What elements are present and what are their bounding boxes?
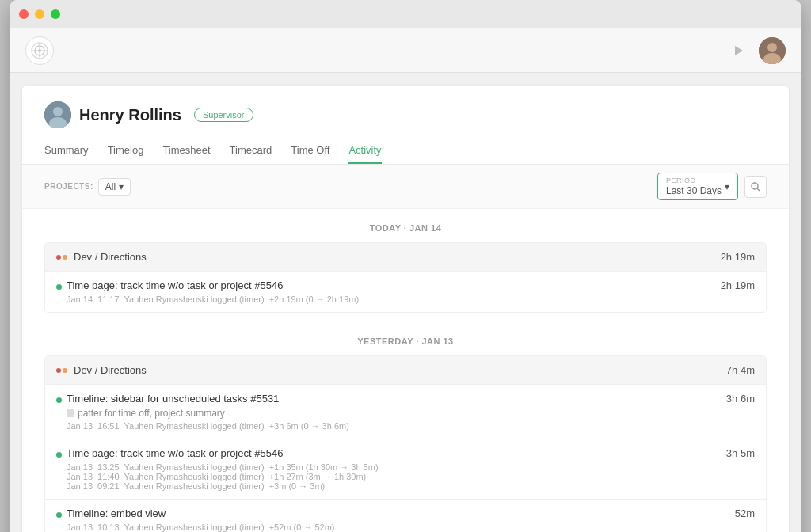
period-select-inner: PERIOD Last 30 Days xyxy=(666,177,722,196)
task-title-text[interactable]: Time page: track time w/o task or projec… xyxy=(67,447,283,459)
svg-point-7 xyxy=(767,43,777,52)
period-container: PERIOD Last 30 Days ▾ xyxy=(657,173,767,200)
task-title-text[interactable]: Timeline: sidebar for unscheduled tasks … xyxy=(67,393,279,405)
user-avatar[interactable] xyxy=(759,37,786,64)
log-user: Yauhen Rymasheuski logged (timer) xyxy=(124,522,265,532)
task-item: Timeline: embed view52mJan 13 10:13 Yauh… xyxy=(45,499,766,532)
task-header: Timeline: sidebar for unscheduled tasks … xyxy=(56,393,755,405)
filter-bar: PROJECTS: All ▾ PERIOD Last 30 Days ▾ xyxy=(22,165,789,209)
projects-filter: PROJECTS: All ▾ xyxy=(44,178,131,196)
task-time: 52m xyxy=(735,507,755,519)
app-logo[interactable] xyxy=(25,36,54,65)
log-user: Yauhen Rymasheuski logged (timer) xyxy=(124,481,265,491)
topbar-actions xyxy=(727,37,786,64)
project-group: Dev / Directions2h 19mTime page: track t… xyxy=(44,242,767,313)
task-header: Time page: track time w/o task or projec… xyxy=(56,279,755,291)
log-delta: +1h 27m (3m → 1h 30m) xyxy=(269,472,367,481)
task-log: Jan 13 09:21 Yauhen Rymasheuski logged (… xyxy=(56,481,755,491)
period-chevron-icon: ▾ xyxy=(725,181,729,192)
tab-timelog[interactable]: Timelog xyxy=(108,138,144,164)
content-area: Henry Rollins Supervisor Summary Timelog… xyxy=(10,73,801,532)
svg-point-4 xyxy=(38,49,41,52)
task-log: Jan 13 10:13 Yauhen Rymasheuski logged (… xyxy=(56,522,755,532)
svg-point-12 xyxy=(752,183,758,189)
log-date: Jan 13 xyxy=(67,481,93,491)
log-time: 11:17 xyxy=(97,294,120,304)
harvest-logo-icon xyxy=(31,42,48,59)
profile-header: Henry Rollins Supervisor xyxy=(22,86,789,128)
log-user: Yauhen Rymasheuski logged (timer) xyxy=(124,462,265,472)
log-time: 10:13 xyxy=(97,522,120,532)
log-time: 16:51 xyxy=(97,421,120,431)
task-title: Timeline: embed view xyxy=(56,507,166,519)
log-delta: +3m (0 → 3m) xyxy=(269,481,326,491)
main-card: Henry Rollins Supervisor Summary Timelog… xyxy=(22,86,789,532)
projects-filter-label: PROJECTS: xyxy=(44,182,93,191)
task-header: Timeline: embed view52m xyxy=(56,507,755,519)
task-status-dot xyxy=(56,397,62,403)
task-log: Jan 13 13:25 Yauhen Rymasheuski logged (… xyxy=(56,462,755,472)
log-delta: +2h 19m (0 → 2h 19m) xyxy=(269,294,359,304)
svg-line-13 xyxy=(757,188,760,191)
task-title: Time page: track time w/o task or projec… xyxy=(56,279,283,291)
task-title-text[interactable]: Timeline: embed view xyxy=(67,507,166,519)
search-icon xyxy=(751,182,760,192)
project-name: Dev / Directions xyxy=(56,251,147,263)
period-label: PERIOD xyxy=(666,177,722,184)
profile-avatar-icon xyxy=(44,101,71,128)
log-user: Yauhen Rymasheuski logged (timer) xyxy=(124,294,265,304)
log-date: Jan 13 xyxy=(67,522,93,532)
task-subtitle: patter for time off, project summary xyxy=(56,408,755,419)
task-title: Time page: track time w/o task or projec… xyxy=(56,447,283,459)
task-log: Jan 13 16:51 Yauhen Rymasheuski logged (… xyxy=(56,421,755,431)
log-date: Jan 13 xyxy=(67,462,93,472)
user-name: Henry Rollins xyxy=(79,106,181,124)
play-icon xyxy=(733,45,744,56)
maximize-button[interactable] xyxy=(51,10,60,19)
avatar-image xyxy=(759,37,786,64)
log-delta: +52m (0 → 52m) xyxy=(269,522,335,532)
tab-timesheet[interactable]: Timesheet xyxy=(162,138,210,164)
supervisor-badge: Supervisor xyxy=(194,108,253,122)
profile-name: Henry Rollins xyxy=(79,106,186,124)
minimize-button[interactable] xyxy=(35,10,44,19)
app-window: Henry Rollins Supervisor Summary Timelog… xyxy=(10,0,801,532)
tab-summary[interactable]: Summary xyxy=(44,138,89,164)
log-delta: +3h 6m (0 → 3h 6m) xyxy=(269,421,349,431)
project-header: Dev / Directions7h 4m xyxy=(45,356,766,384)
task-status-dot xyxy=(56,452,62,458)
log-time: 11:40 xyxy=(97,472,120,481)
task-item: Time page: track time w/o task or projec… xyxy=(45,271,766,312)
task-title: Timeline: sidebar for unscheduled tasks … xyxy=(56,393,279,405)
task-item: Timeline: sidebar for unscheduled tasks … xyxy=(45,384,766,439)
svg-marker-5 xyxy=(735,46,743,55)
task-time: 3h 6m xyxy=(726,393,755,405)
log-user: Yauhen Rymasheuski logged (timer) xyxy=(124,472,265,481)
task-header: Time page: track time w/o task or projec… xyxy=(56,447,755,459)
project-name-text: Dev / Directions xyxy=(74,251,147,263)
tab-timeoff[interactable]: Time Off xyxy=(291,138,329,164)
task-status-dot xyxy=(56,284,62,290)
tab-activity[interactable]: Activity xyxy=(348,138,381,164)
log-time: 09:21 xyxy=(97,481,120,491)
close-button[interactable] xyxy=(19,10,29,19)
task-log: Jan 14 11:17 Yauhen Rymasheuski logged (… xyxy=(56,294,755,304)
start-timer-button[interactable] xyxy=(727,40,749,62)
task-title-text[interactable]: Time page: track time w/o task or projec… xyxy=(67,279,283,291)
projects-dropdown[interactable]: All ▾ xyxy=(98,178,131,196)
task-item: Time page: track time w/o task or projec… xyxy=(45,439,766,499)
search-button[interactable] xyxy=(744,176,767,198)
project-name-text: Dev / Directions xyxy=(74,364,147,376)
task-log: Jan 13 11:40 Yauhen Rymasheuski logged (… xyxy=(56,472,755,481)
log-date: Jan 14 xyxy=(67,294,93,304)
projects-all-label: All xyxy=(105,181,116,192)
activity-feed: TODAY · JAN 14Dev / Directions2h 19mTime… xyxy=(22,209,789,532)
patter-icon xyxy=(67,409,74,417)
tab-timecard[interactable]: Timecard xyxy=(230,138,272,164)
day-header: YESTERDAY · JAN 13 xyxy=(44,322,767,355)
log-date: Jan 13 xyxy=(67,421,93,431)
project-header: Dev / Directions2h 19m xyxy=(45,243,766,271)
log-time: 13:25 xyxy=(97,462,120,472)
project-group: Dev / Directions7h 4mTimeline: sidebar f… xyxy=(44,355,767,532)
period-dropdown[interactable]: PERIOD Last 30 Days ▾ xyxy=(657,173,738,200)
